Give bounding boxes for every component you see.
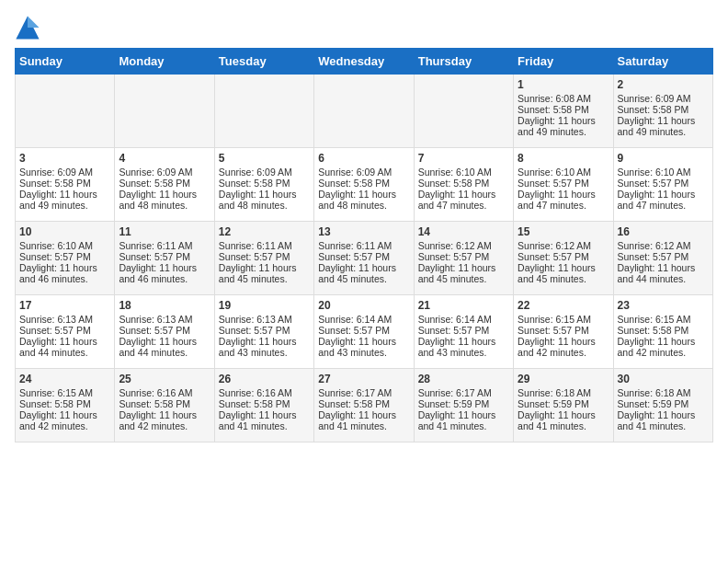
day-info: Sunset: 5:58 PM bbox=[518, 104, 609, 115]
day-number: 30 bbox=[618, 373, 709, 385]
calendar-cell: 8Sunrise: 6:10 AMSunset: 5:57 PMDaylight… bbox=[514, 148, 613, 222]
day-info: Sunset: 5:58 PM bbox=[219, 398, 310, 409]
day-info: Sunset: 5:57 PM bbox=[219, 251, 310, 262]
day-info: and 44 minutes. bbox=[19, 347, 110, 358]
day-info: Sunset: 5:58 PM bbox=[618, 104, 709, 115]
day-number: 26 bbox=[219, 373, 310, 385]
day-info: and 45 minutes. bbox=[518, 273, 609, 284]
day-info: Daylight: 11 hours bbox=[318, 262, 409, 273]
day-number: 13 bbox=[318, 225, 409, 238]
logo bbox=[15, 15, 44, 40]
day-info: Sunset: 5:57 PM bbox=[318, 251, 409, 262]
calendar-cell: 13Sunrise: 6:11 AMSunset: 5:57 PMDayligh… bbox=[314, 222, 414, 295]
day-info: and 42 minutes. bbox=[618, 347, 709, 358]
day-info: Sunset: 5:57 PM bbox=[19, 251, 110, 262]
day-info: Sunrise: 6:09 AM bbox=[219, 167, 310, 178]
calendar-cell: 11Sunrise: 6:11 AMSunset: 5:57 PMDayligh… bbox=[115, 222, 214, 295]
day-info: and 48 minutes. bbox=[119, 200, 210, 211]
day-number: 19 bbox=[219, 299, 310, 312]
day-info: Sunrise: 6:11 AM bbox=[219, 240, 310, 251]
day-number: 12 bbox=[219, 225, 310, 238]
day-info: Sunrise: 6:12 AM bbox=[518, 240, 609, 251]
day-info: Sunset: 5:57 PM bbox=[618, 251, 709, 262]
day-number: 20 bbox=[318, 299, 409, 312]
week-row-3: 10Sunrise: 6:10 AMSunset: 5:57 PMDayligh… bbox=[16, 222, 713, 295]
day-info: and 48 minutes. bbox=[318, 200, 409, 211]
day-number: 2 bbox=[618, 78, 709, 91]
header-cell-saturday: Saturday bbox=[613, 49, 712, 75]
header-cell-thursday: Thursday bbox=[414, 49, 513, 75]
day-info: and 46 minutes. bbox=[119, 273, 210, 284]
calendar-cell: 9Sunrise: 6:10 AMSunset: 5:57 PMDaylight… bbox=[613, 148, 712, 222]
day-info: Sunrise: 6:09 AM bbox=[318, 167, 409, 178]
day-number: 3 bbox=[19, 152, 110, 165]
day-info: and 43 minutes. bbox=[318, 347, 409, 358]
day-info: Daylight: 11 hours bbox=[318, 409, 409, 420]
day-info: Sunset: 5:58 PM bbox=[618, 325, 709, 336]
day-info: and 47 minutes. bbox=[418, 200, 509, 211]
day-info: and 42 minutes. bbox=[518, 347, 609, 358]
day-info: Daylight: 11 hours bbox=[19, 409, 110, 420]
day-number: 8 bbox=[518, 152, 609, 165]
day-number: 1 bbox=[518, 78, 609, 91]
day-info: and 47 minutes. bbox=[618, 200, 709, 211]
day-info: and 45 minutes. bbox=[318, 273, 409, 284]
day-info: Sunrise: 6:12 AM bbox=[418, 240, 509, 251]
header-cell-sunday: Sunday bbox=[16, 49, 115, 75]
day-info: Sunset: 5:57 PM bbox=[518, 178, 609, 189]
day-info: and 41 minutes. bbox=[418, 420, 509, 431]
day-number: 7 bbox=[418, 152, 509, 165]
day-info: and 49 minutes. bbox=[518, 126, 609, 137]
day-info: Sunset: 5:58 PM bbox=[19, 398, 110, 409]
calendar-cell bbox=[115, 75, 214, 148]
calendar-cell: 21Sunrise: 6:14 AMSunset: 5:57 PMDayligh… bbox=[414, 295, 513, 369]
day-info: Sunset: 5:57 PM bbox=[518, 325, 609, 336]
day-info: and 45 minutes. bbox=[219, 273, 310, 284]
day-info: Sunset: 5:57 PM bbox=[219, 325, 310, 336]
day-info: and 41 minutes. bbox=[618, 420, 709, 431]
day-info: Sunrise: 6:09 AM bbox=[119, 167, 210, 178]
calendar-cell: 20Sunrise: 6:14 AMSunset: 5:57 PMDayligh… bbox=[314, 295, 414, 369]
day-number: 9 bbox=[618, 152, 709, 165]
calendar-cell: 27Sunrise: 6:17 AMSunset: 5:58 PMDayligh… bbox=[314, 369, 414, 442]
header-cell-friday: Friday bbox=[514, 49, 613, 75]
calendar-cell: 28Sunrise: 6:17 AMSunset: 5:59 PMDayligh… bbox=[414, 369, 513, 442]
day-info: Sunrise: 6:10 AM bbox=[518, 167, 609, 178]
day-info: Sunset: 5:58 PM bbox=[418, 178, 509, 189]
calendar-header: SundayMondayTuesdayWednesdayThursdayFrid… bbox=[16, 49, 713, 75]
day-info: Sunset: 5:57 PM bbox=[518, 251, 609, 262]
day-number: 5 bbox=[219, 152, 310, 165]
calendar-cell bbox=[16, 75, 115, 148]
header-row: SundayMondayTuesdayWednesdayThursdayFrid… bbox=[16, 49, 713, 75]
calendar-cell: 19Sunrise: 6:13 AMSunset: 5:57 PMDayligh… bbox=[214, 295, 313, 369]
day-info: Sunrise: 6:18 AM bbox=[618, 387, 709, 398]
calendar-cell: 7Sunrise: 6:10 AMSunset: 5:58 PMDaylight… bbox=[414, 148, 513, 222]
calendar-cell: 15Sunrise: 6:12 AMSunset: 5:57 PMDayligh… bbox=[514, 222, 613, 295]
day-info: Sunrise: 6:18 AM bbox=[518, 387, 609, 398]
day-info: Sunrise: 6:16 AM bbox=[219, 387, 310, 398]
calendar-cell: 26Sunrise: 6:16 AMSunset: 5:58 PMDayligh… bbox=[214, 369, 313, 442]
day-info: Sunrise: 6:13 AM bbox=[119, 314, 210, 325]
day-info: Sunset: 5:57 PM bbox=[119, 325, 210, 336]
day-info: Sunset: 5:58 PM bbox=[318, 178, 409, 189]
day-info: Daylight: 11 hours bbox=[219, 189, 310, 200]
day-info: and 41 minutes. bbox=[219, 420, 310, 431]
day-number: 23 bbox=[618, 299, 709, 312]
calendar-cell: 1Sunrise: 6:08 AMSunset: 5:58 PMDaylight… bbox=[514, 75, 613, 148]
calendar-cell: 16Sunrise: 6:12 AMSunset: 5:57 PMDayligh… bbox=[613, 222, 712, 295]
day-info: Sunrise: 6:17 AM bbox=[318, 387, 409, 398]
calendar-cell: 3Sunrise: 6:09 AMSunset: 5:58 PMDaylight… bbox=[16, 148, 115, 222]
day-info: Sunrise: 6:13 AM bbox=[19, 314, 110, 325]
day-info: Sunrise: 6:13 AM bbox=[219, 314, 310, 325]
day-info: Sunrise: 6:17 AM bbox=[418, 387, 509, 398]
day-info: Sunrise: 6:15 AM bbox=[19, 387, 110, 398]
day-info: Sunset: 5:58 PM bbox=[119, 178, 210, 189]
day-number: 28 bbox=[418, 373, 509, 385]
day-info: Sunrise: 6:12 AM bbox=[618, 240, 709, 251]
calendar-cell: 14Sunrise: 6:12 AMSunset: 5:57 PMDayligh… bbox=[414, 222, 513, 295]
day-number: 18 bbox=[119, 299, 210, 312]
calendar-table: SundayMondayTuesdayWednesdayThursdayFrid… bbox=[15, 48, 713, 442]
week-row-5: 24Sunrise: 6:15 AMSunset: 5:58 PMDayligh… bbox=[16, 369, 713, 442]
day-info: Sunset: 5:58 PM bbox=[219, 178, 310, 189]
calendar-cell: 24Sunrise: 6:15 AMSunset: 5:58 PMDayligh… bbox=[16, 369, 115, 442]
